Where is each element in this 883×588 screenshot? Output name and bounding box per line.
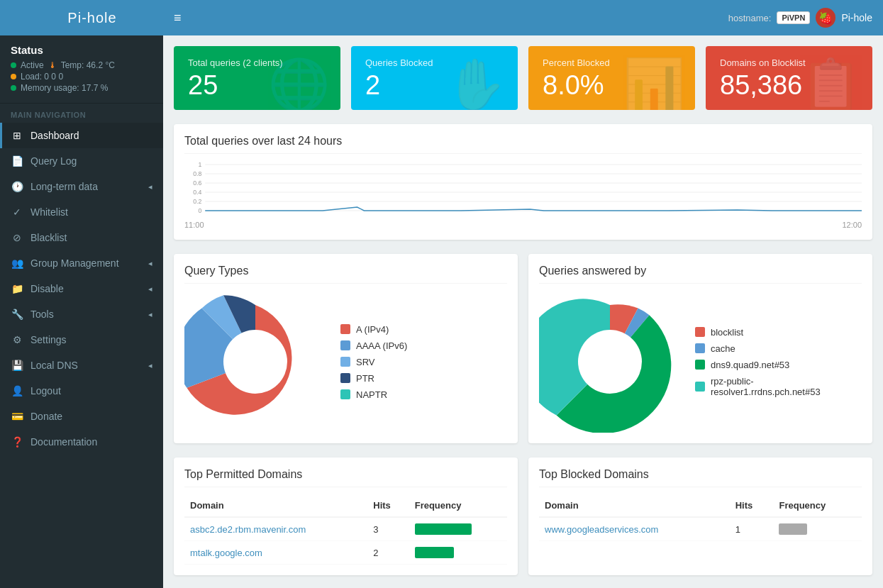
top-permitted-card: Top Permitted Domains Domain Hits Freque… xyxy=(174,457,518,575)
longterm-icon: 🕐 xyxy=(11,181,23,192)
sidebar-label-whitelist: Whitelist xyxy=(30,206,152,218)
queries-blocked-label: Queries Blocked xyxy=(365,57,433,68)
query-types-title: Query Types xyxy=(184,265,507,284)
query-types-legend: A (IPv4) AAAA (IPv6) SRV PTR xyxy=(340,324,407,400)
disable-arrow: ◂ xyxy=(148,284,152,294)
chart-x-start: 11:00 xyxy=(184,221,204,229)
sidebar-item-longterm[interactable]: 🕐 Long-term data ◂ xyxy=(0,174,163,199)
legend-label-srv: SRV xyxy=(356,357,375,367)
sidebar-item-logout[interactable]: 👤 Logout xyxy=(0,378,163,404)
status-memory-row: Memory usage: 17.7 % xyxy=(11,83,152,93)
legend-label-naptr: NAPTR xyxy=(356,389,387,400)
legend-item-ipv6: AAAA (IPv6) xyxy=(340,340,407,351)
sidebar-item-whitelist[interactable]: ✓ Whitelist xyxy=(0,199,163,225)
legend-label-ipv4: A (IPv4) xyxy=(356,324,389,335)
top-blocked-title: Top Blocked Domains xyxy=(539,468,862,487)
localdns-icon: 💾 xyxy=(11,360,23,371)
percent-blocked-icon: 📊 xyxy=(623,55,684,110)
chart-area: 1 0.8 0.6 0.4 0.2 0 xyxy=(184,161,862,218)
top-blocked-header: Domain Hits Frequency xyxy=(539,494,862,517)
legend-item-rpz: rpz-public-resolver1.rrdns.pch.net#53 xyxy=(695,376,862,397)
chart-svg: 1 0.8 0.6 0.4 0.2 0 xyxy=(184,161,862,218)
legend-dot-srv xyxy=(340,357,350,367)
sidebar-item-group[interactable]: 👥 Group Management ◂ xyxy=(0,250,163,276)
pihole-name: Pi-hole xyxy=(841,12,872,23)
legend-dot-naptr xyxy=(340,389,350,399)
legend-item-ptr: PTR xyxy=(340,373,407,384)
disable-icon: 📁 xyxy=(11,283,23,294)
temp-label: Temp: 46.2 °C xyxy=(61,60,115,70)
col-hits-permitted: Hits xyxy=(367,494,409,517)
sidebar-item-querylog[interactable]: 📄 Query Log xyxy=(0,148,163,174)
sidebar-label-tools: Tools xyxy=(30,309,141,320)
sidebar-item-blacklist[interactable]: ⊘ Blacklist xyxy=(0,225,163,250)
documentation-icon: ❓ xyxy=(11,436,23,448)
stat-domains-blocklist: Domains on Blocklist 85,386 📋 xyxy=(706,46,872,110)
localdns-arrow: ◂ xyxy=(148,361,152,370)
permitted-freq-2 xyxy=(409,541,507,565)
chart-x-labels: 11:00 12:00 xyxy=(184,221,862,229)
col-domain-permitted: Domain xyxy=(184,494,367,517)
legend-item-dns9: dns9.quad9.net#53 xyxy=(695,360,862,370)
pie-charts-row: Query Types xyxy=(174,254,872,443)
top-permitted-header: Domain Hits Frequency xyxy=(184,494,507,517)
hostname-badge: PiVPN xyxy=(777,11,810,24)
active-dot xyxy=(11,62,16,68)
stat-percent-blocked: Percent Blocked 8.0% 📊 xyxy=(528,46,695,110)
queries-chart-section: Total queries over last 24 hours 1 0.8 0… xyxy=(174,124,872,240)
sidebar-item-localdns[interactable]: 💾 Local DNS ◂ xyxy=(0,353,163,378)
tools-arrow: ◂ xyxy=(148,310,152,319)
svg-point-13 xyxy=(578,330,642,394)
sidebar-item-dashboard[interactable]: ⊞ Dashboard xyxy=(0,123,163,148)
active-label: Active xyxy=(21,60,44,70)
longterm-arrow: ◂ xyxy=(148,182,152,192)
col-freq-permitted: Frequency xyxy=(409,494,507,517)
status-header: Status xyxy=(11,44,152,56)
sidebar-item-tools[interactable]: 🔧 Tools ◂ xyxy=(0,301,163,327)
sidebar-item-disable[interactable]: 📁 Disable ◂ xyxy=(0,276,163,301)
sidebar-item-settings[interactable]: ⚙ Settings xyxy=(0,327,163,353)
queries-answered-title: Queries answered by xyxy=(539,265,862,284)
blocked-hits-1: 1 xyxy=(730,517,774,541)
brand-title: Pi-hole xyxy=(11,10,174,26)
tables-row: Top Permitted Domains Domain Hits Freque… xyxy=(174,457,872,575)
legend-item-naptr: NAPTR xyxy=(340,389,407,400)
legend-dot-ptr xyxy=(340,373,350,383)
legend-dot-ipv4 xyxy=(340,324,350,334)
svg-text:1: 1 xyxy=(198,161,201,168)
blocked-domain-1: www.googleadservices.com xyxy=(539,517,730,541)
sidebar-item-documentation[interactable]: ❓ Documentation xyxy=(0,429,163,455)
legend-label-rpz: rpz-public-resolver1.rrdns.pch.net#53 xyxy=(711,376,862,397)
queries-answered-card: Queries answered by xyxy=(528,254,872,443)
permitted-hits-1: 3 xyxy=(367,517,409,541)
query-types-content: A (IPv4) AAAA (IPv6) SRV PTR xyxy=(184,291,507,433)
sidebar-label-localdns: Local DNS xyxy=(30,360,141,371)
sidebar-label-disable: Disable xyxy=(30,283,141,294)
svg-text:0: 0 xyxy=(198,207,201,214)
legend-item-srv: SRV xyxy=(340,357,407,367)
col-domain-blocked: Domain xyxy=(539,494,730,517)
sidebar-status: Status Active 🌡 Temp: 46.2 °C Load: 0 0 … xyxy=(0,35,163,104)
sidebar-label-documentation: Documentation xyxy=(30,436,152,448)
settings-icon: ⚙ xyxy=(11,334,23,345)
queries-answered-content: blocklist cache dns9.quad9.net#53 r xyxy=(539,291,862,433)
table-row: mtalk.google.com 2 xyxy=(184,541,507,565)
hamburger-menu[interactable]: ≡ xyxy=(174,11,182,26)
svg-point-12 xyxy=(223,330,287,394)
sidebar-label-donate: Donate xyxy=(30,411,152,422)
svg-text:0.2: 0.2 xyxy=(193,198,201,205)
blocked-freq-1 xyxy=(773,517,862,541)
queries-answered-legend: blocklist cache dns9.quad9.net#53 r xyxy=(695,327,862,397)
group-icon: 👥 xyxy=(11,257,23,269)
queries-blocked-value: 2 xyxy=(365,72,433,99)
legend-dot-rpz xyxy=(695,382,705,392)
col-hits-blocked: Hits xyxy=(730,494,774,517)
chart-title: Total queries over last 24 hours xyxy=(184,135,862,154)
dashboard-icon: ⊞ xyxy=(11,130,23,141)
load-label: Load: 0 0 0 xyxy=(21,72,63,82)
table-row: www.googleadservices.com 1 xyxy=(539,517,862,541)
legend-label-ptr: PTR xyxy=(356,373,374,384)
whitelist-icon: ✓ xyxy=(11,206,23,218)
sidebar-item-donate[interactable]: 💳 Donate xyxy=(0,404,163,429)
sidebar: Status Active 🌡 Temp: 46.2 °C Load: 0 0 … xyxy=(0,35,163,588)
